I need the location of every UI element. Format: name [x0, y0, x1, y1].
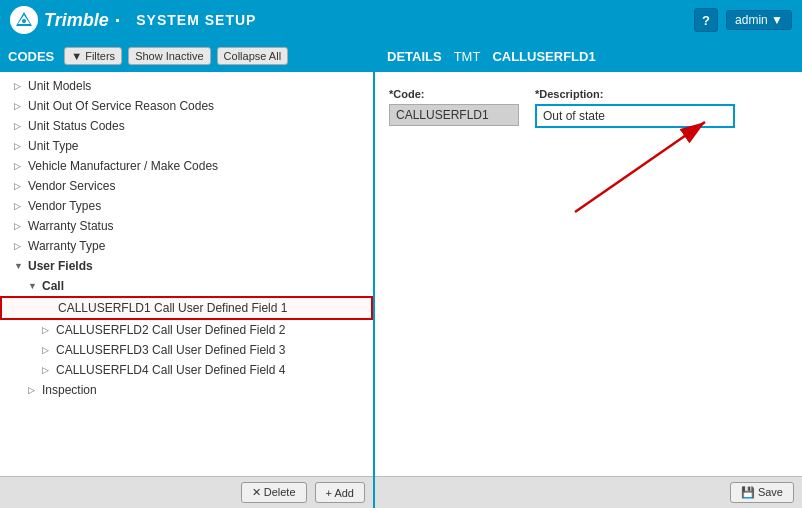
tree-container: ▷ Unit Models ▷ Unit Out Of Service Reas… — [0, 72, 373, 476]
main-content: CODES ▼ Filters Show Inactive Collapse A… — [0, 40, 802, 508]
delete-button[interactable]: ✕ Delete — [241, 482, 307, 503]
filters-button[interactable]: ▼ Filters — [64, 47, 122, 65]
tree-item-label: Unit Status Codes — [28, 119, 125, 133]
arrow-icon: ▷ — [14, 241, 24, 251]
tree-item-label: Vendor Types — [28, 199, 101, 213]
tree-item-label: Unit Models — [28, 79, 91, 93]
tree-item-warranty-type[interactable]: ▷ Warranty Type — [0, 236, 373, 256]
header-right: ? admin ▼ — [694, 8, 792, 32]
header-left: Trimble · SYSTEM SETUP — [10, 6, 256, 34]
tree-item-label: Warranty Type — [28, 239, 105, 253]
right-panel-header: DETAILS TMT CALLUSERFLD1 — [375, 40, 802, 72]
arrow-icon: ▷ — [14, 141, 24, 151]
tree-item-unit-models[interactable]: ▷ Unit Models — [0, 76, 373, 96]
tree-item-warranty-status[interactable]: ▷ Warranty Status — [0, 216, 373, 236]
tree-item-unit-oos[interactable]: ▷ Unit Out Of Service Reason Codes — [0, 96, 373, 116]
tree-item-label: Inspection — [42, 383, 97, 397]
logo: Trimble · — [10, 6, 120, 34]
arrow-icon: ▷ — [14, 101, 24, 111]
arrow-icon: ▷ — [42, 325, 52, 335]
tree-item-label: CALLUSERFLD1 Call User Defined Field 1 — [58, 301, 287, 315]
code-label: *Code: — [389, 88, 519, 100]
show-inactive-button[interactable]: Show Inactive — [128, 47, 210, 65]
logo-text: Trimble — [44, 10, 109, 31]
tree-item-calluserfld3[interactable]: ▷ CALLUSERFLD3 Call User Defined Field 3 — [0, 340, 373, 360]
details-title: DETAILS — [387, 49, 442, 64]
tree-item-calluserfld1[interactable]: CALLUSERFLD1 Call User Defined Field 1 — [0, 296, 373, 320]
arrow-icon: ▷ — [14, 81, 24, 91]
tree-item-label: CALLUSERFLD4 Call User Defined Field 4 — [56, 363, 285, 377]
tree-item-label: CALLUSERFLD3 Call User Defined Field 3 — [56, 343, 285, 357]
arrow-icon: ▷ — [42, 365, 52, 375]
svg-line-4 — [575, 122, 705, 212]
right-panel-footer: 💾 Save — [375, 476, 802, 508]
arrow-icon: ▷ — [14, 161, 24, 171]
tree-item-unit-type[interactable]: ▷ Unit Type — [0, 136, 373, 156]
tree-item-label: Vendor Services — [28, 179, 115, 193]
tree-item-label: Unit Type — [28, 139, 78, 153]
svg-point-2 — [22, 19, 26, 23]
tree-item-calluserfld4[interactable]: ▷ CALLUSERFLD4 Call User Defined Field 4 — [0, 360, 373, 380]
description-label: *Description: — [535, 88, 735, 100]
description-form-group: *Description: — [535, 88, 735, 128]
tree-item-calluserfld2[interactable]: ▷ CALLUSERFLD2 Call User Defined Field 2 — [0, 320, 373, 340]
left-panel-footer: ✕ Delete + Add — [0, 476, 373, 508]
codes-title: CODES — [8, 49, 54, 64]
tree-item-label: Unit Out Of Service Reason Codes — [28, 99, 214, 113]
tree-item-label: CALLUSERFLD2 Call User Defined Field 2 — [56, 323, 285, 337]
save-button[interactable]: 💾 Save — [730, 482, 794, 503]
right-panel: DETAILS TMT CALLUSERFLD1 *Code: *Descrip… — [375, 40, 802, 508]
tree-item-label: Warranty Status — [28, 219, 114, 233]
arrow-icon: ▼ — [28, 281, 38, 291]
arrow-icon: ▷ — [14, 221, 24, 231]
tree-item-unit-status[interactable]: ▷ Unit Status Codes — [0, 116, 373, 136]
arrow-icon: ▷ — [42, 345, 52, 355]
logo-dot: · — [115, 9, 121, 32]
tree-item-vendor-services[interactable]: ▷ Vendor Services — [0, 176, 373, 196]
arrow-icon: ▷ — [28, 385, 38, 395]
form-row: *Code: *Description: — [389, 88, 788, 128]
tree-item-label: User Fields — [28, 259, 93, 273]
tree-item-inspection[interactable]: ▷ Inspection — [0, 380, 373, 400]
left-panel-header: CODES ▼ Filters Show Inactive Collapse A… — [0, 40, 373, 72]
arrow-icon: ▼ — [14, 261, 24, 271]
header: Trimble · SYSTEM SETUP ? admin ▼ — [0, 0, 802, 40]
code-input[interactable] — [389, 104, 519, 126]
tree-item-user-fields[interactable]: ▼ User Fields — [0, 256, 373, 276]
tree-item-label: Vehicle Manufacturer / Make Codes — [28, 159, 218, 173]
arrow-icon: ▷ — [14, 201, 24, 211]
collapse-all-button[interactable]: Collapse All — [217, 47, 288, 65]
help-button[interactable]: ? — [694, 8, 718, 32]
right-panel-content: *Code: *Description: — [375, 72, 802, 476]
left-panel: CODES ▼ Filters Show Inactive Collapse A… — [0, 40, 375, 508]
system-title: SYSTEM SETUP — [136, 12, 256, 28]
admin-button[interactable]: admin ▼ — [726, 10, 792, 30]
tree-item-label: Call — [42, 279, 64, 293]
tree-item-vehicle-mfr[interactable]: ▷ Vehicle Manufacturer / Make Codes — [0, 156, 373, 176]
arrow-icon: ▷ — [14, 181, 24, 191]
add-button[interactable]: + Add — [315, 482, 365, 503]
trimble-logo-icon — [10, 6, 38, 34]
tmt-title: TMT — [454, 49, 481, 64]
code-form-group: *Code: — [389, 88, 519, 126]
tree-item-call[interactable]: ▼ Call — [0, 276, 373, 296]
arrow-icon: ▷ — [14, 121, 24, 131]
tree-item-vendor-types[interactable]: ▷ Vendor Types — [0, 196, 373, 216]
description-input[interactable] — [535, 104, 735, 128]
calluserfld-title: CALLUSERFLD1 — [492, 49, 595, 64]
